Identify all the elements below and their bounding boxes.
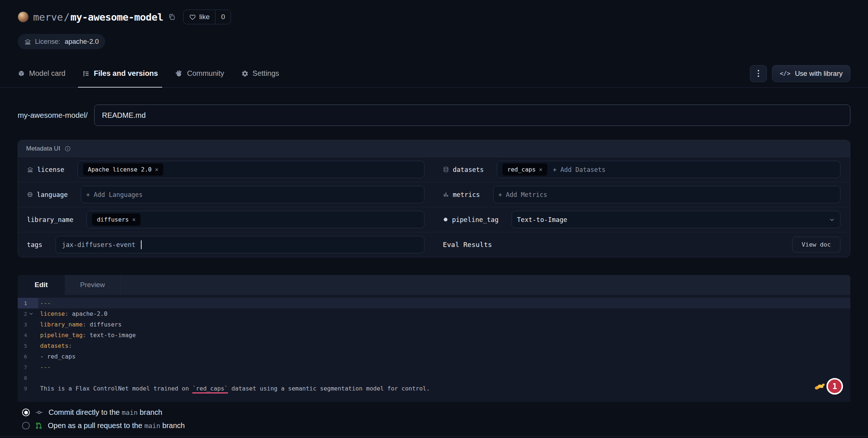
tags-input-value: jax-diffusers-event	[62, 241, 135, 248]
info-icon[interactable]	[64, 145, 71, 152]
code-text: pipeline_tag: text-to-image	[38, 332, 136, 339]
bar-chart-icon	[443, 191, 449, 198]
database-icon	[443, 166, 449, 173]
code-line: 5 datasets:	[18, 340, 850, 351]
code-text: ---	[38, 364, 51, 371]
gear-icon	[241, 70, 249, 77]
code-line: 6 - red_caps	[18, 351, 850, 362]
repo-name-link[interactable]: my-awesome-model	[71, 11, 163, 23]
heart-icon	[189, 14, 196, 21]
code-line: 9 This is a Flax ControlNet model traine…	[18, 383, 850, 394]
globe-icon	[27, 191, 33, 198]
remove-chip-icon[interactable]: ×	[132, 216, 136, 223]
remove-chip-icon[interactable]: ×	[539, 166, 542, 173]
readme-editor: Edit Preview 1 --- 2 license: apache-2.0…	[18, 275, 850, 402]
code-line: 2 license: apache-2.0	[18, 308, 850, 319]
code-text: license: apache-2.0	[38, 310, 107, 317]
library-name-field: library_name diffusers ×	[18, 207, 434, 232]
filename-input[interactable]	[94, 105, 850, 126]
chevron-down-icon	[829, 216, 835, 223]
like-button-main[interactable]: like	[184, 10, 216, 24]
license-field: license Apache license 2.0 ×	[18, 157, 434, 182]
kebab-icon	[758, 70, 759, 71]
tab-label: Settings	[253, 69, 279, 78]
metadata-panel-header: Metadata UI	[18, 140, 850, 157]
metrics-field-label: metrics	[453, 191, 480, 198]
editor-tabbar: Edit Preview	[18, 275, 850, 295]
code-text: This is a Flax ControlNet model trained …	[38, 385, 430, 392]
collaborator-presence: 1	[814, 378, 843, 395]
datasets-field-label: datasets	[453, 166, 484, 173]
commit-pr-option[interactable]: Open as a pull request to the main branc…	[22, 421, 850, 430]
license-badge-label: License:	[35, 38, 60, 46]
like-count[interactable]: 0	[215, 10, 231, 24]
tab-label: Model card	[29, 69, 65, 78]
pipeline-tag-field: pipeline_tag Text-to-Image	[434, 207, 850, 232]
license-field-label: license	[37, 166, 64, 173]
tab-settings[interactable]: Settings	[241, 60, 279, 87]
tags-field: tags jax-diffusers-event	[18, 232, 434, 257]
avatar[interactable]	[18, 11, 29, 22]
more-options-button[interactable]	[750, 65, 767, 82]
commit-pr-text: Open as a pull request to the main branc…	[48, 421, 185, 430]
use-with-library-label: Use with library	[795, 70, 843, 78]
bank-icon	[27, 166, 33, 173]
commit-direct-option[interactable]: Commit directly to the main branch	[22, 408, 850, 417]
presence-badge: 1	[826, 378, 843, 395]
use-with-library-button[interactable]: </> Use with library	[772, 65, 850, 82]
pipeline-tag-select[interactable]: Text-to-Image	[512, 211, 840, 228]
fold-chevron-icon[interactable]	[29, 312, 33, 315]
tab-preview[interactable]: Preview	[65, 275, 121, 295]
radio-open-pr[interactable]	[22, 422, 30, 430]
dataset-chip: red_caps ×	[502, 163, 548, 176]
metrics-input[interactable]: + Add Metrics	[493, 186, 840, 203]
remove-chip-icon[interactable]: ×	[155, 166, 159, 173]
metadata-row-4: tags jax-diffusers-event Eval Results Vi…	[18, 232, 850, 257]
license-input[interactable]: Apache license 2.0 ×	[78, 161, 424, 178]
tab-label: Files and versions	[94, 69, 158, 78]
commit-direct-text: Commit directly to the main branch	[49, 408, 162, 417]
tab-community[interactable]: Community	[175, 60, 224, 87]
radio-commit-direct[interactable]	[22, 409, 30, 416]
license-badge[interactable]: License: apache-2.0	[18, 34, 105, 49]
tab-edit[interactable]: Edit	[18, 275, 65, 295]
files-versions-icon	[82, 70, 90, 77]
handshake-icon	[814, 382, 826, 391]
model-repo-page: merve / my-awesome-model like 0 License:…	[0, 0, 868, 438]
repo-title: merve / my-awesome-model	[33, 11, 163, 23]
copy-icon[interactable]	[168, 13, 176, 21]
chip-text: Apache license 2.0	[88, 166, 152, 173]
view-doc-button[interactable]: View doc	[792, 237, 840, 252]
commit-icon	[35, 408, 43, 417]
tab-model-card[interactable]: Model card	[18, 60, 65, 87]
code-text: library_name: diffusers	[38, 321, 122, 328]
chip-text: red_caps	[507, 166, 536, 173]
commit-options: Commit directly to the main branch Open …	[18, 408, 850, 430]
chip-text: diffusers	[97, 216, 129, 223]
file-path-row: my-awesome-model/	[18, 105, 850, 126]
language-field-label: language	[37, 191, 68, 198]
eval-results-label: Eval Results	[443, 241, 492, 248]
tab-files-and-versions[interactable]: Files and versions	[82, 60, 158, 87]
language-field: language + Add Languages	[18, 182, 434, 207]
repo-separator: /	[64, 11, 70, 23]
metrics-placeholder: + Add Metrics	[498, 191, 547, 198]
pipeline-tag-field-label: pipeline_tag	[452, 216, 498, 223]
code-editor[interactable]: 1 --- 2 license: apache-2.0 3 library_na…	[18, 295, 850, 402]
datasets-input[interactable]: red_caps × + Add Datasets	[497, 161, 840, 178]
repo-owner-link[interactable]: merve	[33, 11, 63, 23]
code-icon: </>	[780, 70, 790, 77]
like-button[interactable]: like 0	[183, 10, 231, 24]
code-text: - red_caps	[38, 353, 75, 360]
code-line: 4 pipeline_tag: text-to-image	[18, 330, 850, 340]
library-chip: diffusers ×	[92, 213, 140, 226]
tags-input[interactable]: jax-diffusers-event	[56, 236, 424, 253]
language-placeholder: + Add Languages	[86, 191, 143, 198]
library-name-input[interactable]: diffusers ×	[86, 211, 424, 228]
language-input[interactable]: + Add Languages	[81, 186, 424, 203]
bottom-divider	[0, 436, 868, 437]
pipeline-tag-value: Text-to-Image	[517, 216, 567, 223]
line-number: 3	[18, 319, 38, 330]
repo-header: merve / my-awesome-model like 0	[18, 10, 850, 24]
repo-tabs: Model card Files and versions Community …	[18, 60, 279, 87]
